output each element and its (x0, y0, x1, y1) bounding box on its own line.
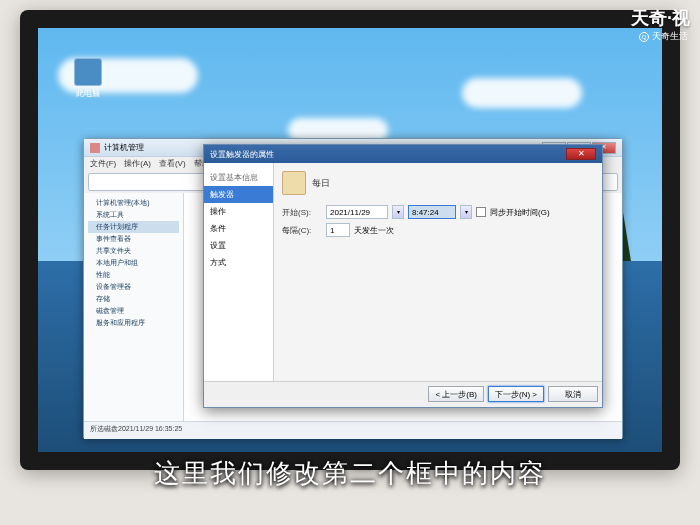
schedule-type-label: 每日 (312, 177, 330, 190)
status-text: 所选磁盘2021/11/29 16:35:25 (90, 425, 182, 432)
start-label: 开始(S): (282, 207, 322, 218)
app-icon (90, 143, 100, 153)
time-stepper-icon[interactable]: ▾ (460, 205, 472, 219)
desktop-icon-computer[interactable]: 此电脑 (68, 58, 108, 99)
sidebar-item-method[interactable]: 方式 (204, 254, 273, 271)
tree-item[interactable]: 性能 (88, 269, 179, 281)
dialog-titlebar[interactable]: 设置触发器的属性 ✕ (204, 145, 602, 163)
prev-button[interactable]: < 上一步(B) (428, 386, 484, 402)
menu-view[interactable]: 查看(V) (159, 158, 186, 170)
tree-item[interactable]: 磁盘管理 (88, 305, 179, 317)
interval-unit: 天发生一次 (354, 225, 394, 236)
monitor-frame: 此电脑 计算机管理 — □ ✕ 文件(F) 操作(A) 查看(V) 帮助(H) (20, 10, 680, 470)
status-bar: 所选磁盘2021/11/29 16:35:25 (84, 421, 622, 439)
next-button[interactable]: 下一步(N) > (488, 386, 544, 402)
cancel-button[interactable]: 取消 (548, 386, 598, 402)
tree-item[interactable]: 存储 (88, 293, 179, 305)
dialog-button-bar: < 上一步(B) 下一步(N) > 取消 (204, 381, 602, 407)
trigger-dialog: 设置触发器的属性 ✕ 设置基本信息 触发器 操作 条件 设置 方式 每日 (203, 144, 603, 408)
tree-item[interactable]: 系统工具 (88, 209, 179, 221)
desktop-screen: 此电脑 计算机管理 — □ ✕ 文件(F) 操作(A) 查看(V) 帮助(H) (38, 28, 662, 452)
tree-item[interactable]: 共享文件夹 (88, 245, 179, 257)
sidebar-item-action[interactable]: 操作 (204, 203, 273, 220)
tree-item[interactable]: 设备管理器 (88, 281, 179, 293)
interval-field[interactable] (326, 223, 350, 237)
tree-item[interactable]: 事件查看器 (88, 233, 179, 245)
desktop-icon-label: 此电脑 (76, 89, 100, 98)
tree-item[interactable]: 本地用户和组 (88, 257, 179, 269)
menu-action[interactable]: 操作(A) (124, 158, 151, 170)
sidebar-item-settings[interactable]: 设置 (204, 237, 273, 254)
date-dropdown-icon[interactable]: ▾ (392, 205, 404, 219)
dialog-title: 设置触发器的属性 (210, 149, 274, 160)
start-time-field[interactable] (408, 205, 456, 219)
nav-tree: 计算机管理(本地) 系统工具 任务计划程序 事件查看器 共享文件夹 本地用户和组… (84, 193, 184, 421)
video-subtitle: 这里我们修改第二个框中的内容 (154, 456, 546, 491)
sidebar-item-trigger[interactable]: 触发器 (204, 186, 273, 203)
dialog-main: 每日 开始(S): ▾ ▾ 同步开始时间(G) 每隔(C): 天 (274, 163, 602, 381)
sidebar-header: 设置基本信息 (204, 169, 273, 186)
sync-checkbox-label: 同步开始时间(G) (490, 207, 550, 218)
interval-label: 每隔(C): (282, 225, 322, 236)
calendar-icon (282, 171, 306, 195)
menu-file[interactable]: 文件(F) (90, 158, 116, 170)
dialog-sidebar: 设置基本信息 触发器 操作 条件 设置 方式 (204, 163, 274, 381)
watermark-logo: 天奇·视 (631, 6, 690, 30)
start-date-field[interactable] (326, 205, 388, 219)
sync-checkbox[interactable] (476, 207, 486, 217)
window-title: 计算机管理 (104, 142, 144, 153)
tree-item[interactable]: 计算机管理(本地) (88, 197, 179, 209)
magnifier-icon: Q (639, 32, 649, 42)
tree-item[interactable]: 任务计划程序 (88, 221, 179, 233)
watermark-subtitle: Q 天奇生活 (639, 30, 688, 43)
tree-item[interactable]: 服务和应用程序 (88, 317, 179, 329)
computer-icon (74, 58, 102, 86)
sidebar-item-condition[interactable]: 条件 (204, 220, 273, 237)
dialog-close-button[interactable]: ✕ (566, 148, 596, 160)
